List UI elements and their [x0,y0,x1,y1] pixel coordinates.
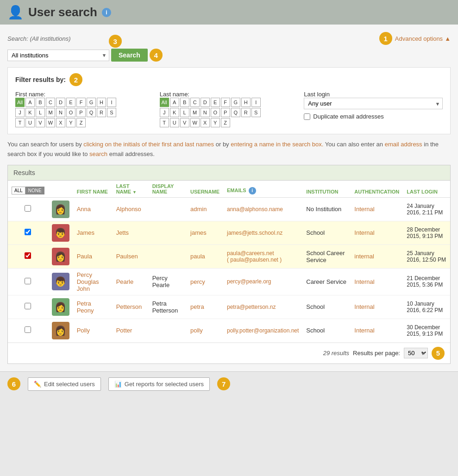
first-name-i-btn[interactable]: I [107,98,116,107]
first-name-a-btn[interactable]: A [25,98,35,107]
last-name-i-btn[interactable]: I [251,98,261,107]
first-name-m-btn[interactable]: M [46,108,55,117]
last-name-t-btn[interactable]: T [160,118,169,127]
last-name-p-btn[interactable]: P [221,108,230,117]
first-name-filter: First name: All A B C D E F G H I J K L [15,91,154,128]
email-link[interactable]: paula@careers.net [227,250,274,257]
email-link[interactable]: polly.potter@organization.net [227,327,299,334]
first-name-u-btn[interactable]: U [25,118,35,127]
last-name-a-btn[interactable]: A [170,98,179,107]
first-name-j-btn[interactable]: J [15,108,25,117]
institution-select[interactable]: All institutions [7,50,109,61]
first-name-s-btn[interactable]: S [107,108,116,117]
first-name-b-btn[interactable]: B [36,98,45,107]
th-last-name[interactable]: LAST NAME ▼ [113,181,149,198]
first-name-w-btn[interactable]: W [46,118,55,127]
row-checkbox[interactable] [25,205,31,212]
last-name-r-btn[interactable]: R [241,108,251,117]
select-none-btn[interactable]: NONE [25,187,44,194]
first-name-g-btn[interactable]: G [87,98,96,107]
email-link[interactable]: petra@petterson.nz [227,304,276,310]
first-name-x-btn[interactable]: X [56,118,65,127]
last-name-o-btn[interactable]: O [211,108,220,117]
last-name-link[interactable]: Potter [116,327,132,334]
last-name-g-btn[interactable]: G [231,98,240,107]
row-checkbox[interactable] [25,229,31,235]
first-name-v-btn[interactable]: V [36,118,45,127]
last-name-h-btn[interactable]: H [241,98,251,107]
email-link[interactable]: james@jetts.school.nz [227,230,282,236]
first-name-h-btn[interactable]: H [97,98,106,107]
last-name-s-btn[interactable]: S [251,108,261,117]
email-link[interactable]: percy@pearle.org [227,278,271,285]
last-name-y-btn[interactable]: Y [211,118,220,127]
first-name-r-btn[interactable]: R [97,108,106,117]
first-name-t-btn[interactable]: T [15,118,25,127]
email-link[interactable]: ( paula@paulsen.net ) [227,257,282,263]
info-icon[interactable]: i [102,8,111,17]
username-link[interactable]: paula [190,253,205,260]
last-name-k-btn[interactable]: K [170,108,179,117]
get-reports-btn[interactable]: 📊 Get reports for selected users [108,377,210,391]
first-name-link[interactable]: Percy Douglas John [77,271,99,292]
last-name-link[interactable]: Pearle [116,278,134,285]
last-name-l-btn[interactable]: L [180,108,189,117]
first-name-link[interactable]: Paula [77,253,92,260]
username-link[interactable]: percy [190,278,205,285]
first-name-k-btn[interactable]: K [25,108,35,117]
last-name-link[interactable]: Paulsen [116,253,138,260]
username-link[interactable]: polly [190,327,203,334]
last-name-v-btn[interactable]: V [180,118,189,127]
last-name-q-btn[interactable]: Q [231,108,240,117]
first-name-e-btn[interactable]: E [66,98,75,107]
first-name-f-btn[interactable]: F [76,98,86,107]
row-checkbox[interactable] [25,252,31,259]
row-checkbox[interactable] [25,303,31,309]
duplicate-checkbox[interactable] [304,113,310,120]
first-name-link[interactable]: Petra Peony [77,300,94,314]
first-name-y-btn[interactable]: Y [66,118,75,127]
first-name-n-btn[interactable]: N [56,108,65,117]
first-name-link[interactable]: Anna [77,206,91,213]
last-name-e-btn[interactable]: E [211,98,220,107]
row-checkbox[interactable] [25,326,31,333]
first-name-c-btn[interactable]: C [46,98,55,107]
first-name-all-btn[interactable]: All [15,98,25,107]
username-link[interactable]: james [190,229,207,236]
last-name-z-btn[interactable]: Z [221,118,230,127]
first-name-d-btn[interactable]: D [56,98,65,107]
advanced-options-link[interactable]: Advanced options ▲ [395,35,451,42]
last-name-link[interactable]: Jetts [116,229,129,236]
last-name-all-btn[interactable]: All [160,98,169,107]
last-name-n-btn[interactable]: N [201,108,210,117]
last-name-b-btn[interactable]: B [180,98,189,107]
last-name-j-btn[interactable]: J [160,108,169,117]
first-name-p-btn[interactable]: P [76,108,86,117]
select-all-btn[interactable]: ALL [12,187,25,194]
row-checkbox-cell [8,295,48,319]
first-name-q-btn[interactable]: Q [87,108,96,117]
emails-info-icon[interactable]: i [249,187,256,194]
last-name-d-btn[interactable]: D [201,98,210,107]
last-name-link[interactable]: Petterson [116,303,142,310]
last-name-u-btn[interactable]: U [170,118,179,127]
username-link[interactable]: petra [190,303,204,310]
edit-selected-btn[interactable]: ✏️ Edit selected users [28,377,101,391]
row-checkbox[interactable] [25,278,31,284]
first-name-l-btn[interactable]: L [36,108,45,117]
last-login-select[interactable]: Any user [304,98,443,109]
first-name-o-btn[interactable]: O [66,108,75,117]
last-name-c-btn[interactable]: C [190,98,200,107]
first-name-link[interactable]: James [77,229,94,236]
last-name-w-btn[interactable]: W [190,118,200,127]
per-page-select[interactable]: 50 25 100 [404,348,428,358]
first-name-link[interactable]: Polly [77,327,90,334]
search-button[interactable]: Search [111,49,148,62]
last-name-f-btn[interactable]: F [221,98,230,107]
email-link[interactable]: anna@alphonso.name [227,206,283,213]
last-name-m-btn[interactable]: M [190,108,200,117]
last-name-x-btn[interactable]: X [201,118,210,127]
first-name-z-btn[interactable]: Z [76,118,86,127]
last-name-link[interactable]: Alphonso [116,206,141,213]
username-link[interactable]: admin [190,206,207,213]
